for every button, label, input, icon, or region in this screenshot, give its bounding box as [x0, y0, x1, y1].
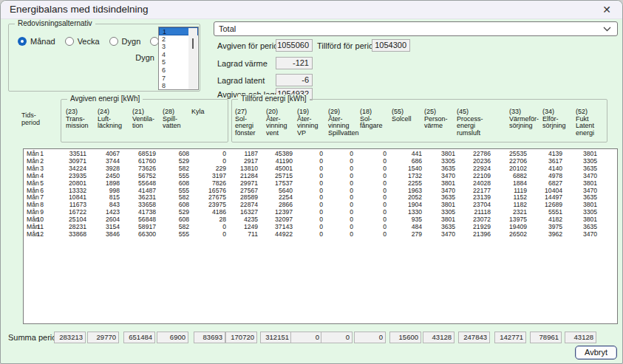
- reporting-options-group: Redovisningsalternativ Månad Vecka Dygn …: [8, 24, 200, 92]
- column-header: (33) Värmeför- sörjning: [509, 109, 539, 130]
- summa-value-box: 0: [321, 332, 353, 343]
- summa-row: Summa period 283213297706514846900836931…: [1, 332, 623, 345]
- table-cell: 279: [389, 231, 422, 238]
- table-cell: 1884: [494, 180, 527, 188]
- summa-value-box: 43128: [565, 332, 596, 343]
- table-cell: 555: [156, 231, 189, 238]
- table-cell: 0: [290, 209, 323, 216]
- table-cell: 66300: [123, 231, 156, 238]
- column-header: (29) Åter- vinning Spillvatten: [328, 109, 359, 137]
- summa-value-box: 78961: [530, 332, 562, 343]
- table-cell: 0: [193, 224, 226, 231]
- table-cell: 3962: [529, 231, 562, 238]
- table-cell: 3801: [564, 180, 597, 188]
- window-title: Energibalans med tidsindelning: [10, 4, 149, 15]
- summa-value-box: 170720: [225, 332, 257, 343]
- summa-value-box: 142771: [494, 332, 526, 343]
- summa-value-box: 651484: [123, 332, 155, 343]
- row-period-number: 5: [34, 180, 44, 188]
- table-cell: 0: [290, 158, 323, 165]
- table-cell: 0: [320, 202, 353, 209]
- table-cell: 0: [320, 180, 353, 188]
- table-cell: 0: [320, 188, 353, 195]
- table-cell: 0: [320, 194, 353, 202]
- table-cell: 0: [353, 202, 387, 209]
- table-cell: 33868: [53, 231, 86, 238]
- listbox-caption: Dygn: [127, 53, 154, 62]
- table-cell: 17537: [259, 180, 293, 188]
- table-row[interactable]: Mån1233868384666300555071144922000279347…: [24, 231, 617, 238]
- table-cell: 3846: [86, 231, 120, 238]
- table-cell: 0: [353, 165, 387, 173]
- avgiven-period-value: 1055060: [276, 39, 313, 52]
- radio-dygn-label: Dygn: [122, 37, 141, 46]
- table-cell: 0: [320, 216, 353, 224]
- radio-unselected-icon: [65, 37, 74, 46]
- column-header: (24) Luft- läckning: [98, 109, 122, 130]
- radio-manad[interactable]: Månad: [18, 37, 55, 46]
- close-icon[interactable]: ✕: [602, 3, 611, 16]
- table-cell: 44922: [259, 231, 293, 238]
- table-cell: 6827: [529, 180, 562, 188]
- table-cell: 28: [193, 216, 226, 224]
- reporting-options-label: Redovisningsalternativ: [15, 19, 95, 27]
- lagrad-varme-label: Lagrad värme: [217, 59, 268, 68]
- table-cell: 0: [290, 224, 323, 231]
- listbox-scrollbar[interactable]: [188, 28, 197, 90]
- tidsperiod-header: Tids- period: [21, 112, 40, 126]
- table-cell: 0: [290, 151, 323, 158]
- table-cell: 0: [320, 209, 353, 216]
- row-period-number: 12: [34, 231, 44, 238]
- table-cell: 26502: [494, 231, 527, 238]
- column-header: (55) Solcell: [392, 109, 412, 123]
- table-cell: 0: [353, 188, 387, 195]
- summa-value-box: 247843: [458, 332, 490, 343]
- table-cell: 3801: [422, 180, 455, 188]
- cancel-button[interactable]: Avbryt: [575, 346, 617, 360]
- radio-vecka-label: Vecka: [78, 37, 100, 46]
- dygn-listbox[interactable]: 123456789: [158, 27, 199, 90]
- table-cell: 7826: [193, 180, 226, 188]
- lagrad-varme-value: -121: [276, 57, 313, 69]
- column-header: (27) Sol- energi fönster: [235, 109, 256, 137]
- table-cell: 0: [290, 202, 323, 209]
- dialog-window: Energibalans med tidsindelning ✕ Redovis…: [0, 0, 623, 364]
- title-bar[interactable]: Energibalans med tidsindelning ✕: [1, 1, 622, 19]
- radio-selected-icon: [18, 37, 27, 46]
- table-cell: 0: [353, 180, 387, 188]
- table-cell: 0: [320, 173, 353, 180]
- table-cell: 0: [290, 194, 323, 202]
- column-header: (52) Fukt Latent energi: [576, 109, 594, 137]
- summa-value-box: 43128: [423, 332, 455, 343]
- table-cell: 0: [353, 151, 387, 158]
- radio-manad-label: Månad: [30, 37, 55, 46]
- radio-unselected-icon: [109, 37, 118, 46]
- summa-value-box: 83693: [194, 332, 225, 343]
- combobox-value: Total: [219, 24, 236, 33]
- scrollbar-thumb[interactable]: [192, 38, 194, 49]
- table-cell: 0: [320, 151, 353, 158]
- table-cell: 0: [290, 165, 323, 173]
- data-table[interactable]: Mån1335114067685196080118745389000441380…: [23, 148, 618, 324]
- column-header: Kyla: [191, 109, 205, 116]
- column-header: (45) Process- energi rumsluft: [457, 109, 483, 137]
- table-cell: 608: [156, 180, 189, 188]
- column-header: (20) Åter- vinning vent: [266, 109, 287, 137]
- column-header: (28) Spill- vatten: [163, 109, 181, 130]
- table-cell: 20801: [53, 180, 86, 188]
- lagrad-latent-value: -6: [276, 74, 313, 86]
- column-header: (19) Åter- vinning VP: [297, 109, 319, 137]
- radio-dygn[interactable]: Dygn: [109, 37, 141, 46]
- column-header: (34) Elför- sörjning: [542, 109, 566, 130]
- table-cell: 0: [320, 158, 353, 165]
- column-header: (25) Person- värme: [424, 109, 448, 130]
- table-cell: 0: [353, 231, 387, 238]
- table-cell: 0: [353, 209, 387, 216]
- table-cell: 0: [290, 188, 323, 195]
- column-header: (18) Sol- fångare: [360, 109, 383, 130]
- summa-value-box: 0: [290, 332, 322, 343]
- table-row[interactable]: Mån5208011898556486087826299711753700022…: [24, 180, 617, 188]
- table-cell: 0: [353, 224, 387, 231]
- radio-vecka[interactable]: Vecka: [65, 37, 100, 46]
- balance-post-combobox[interactable]: Total: [214, 21, 618, 36]
